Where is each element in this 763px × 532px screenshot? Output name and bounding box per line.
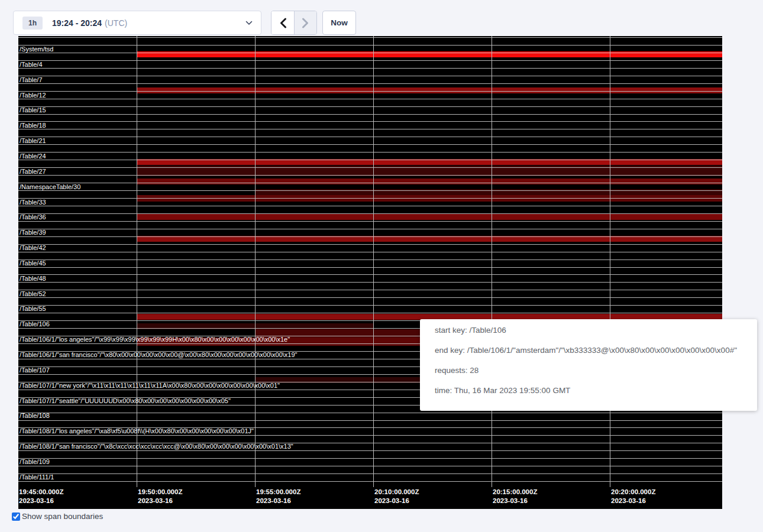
chevron-down-icon xyxy=(245,21,253,25)
time-axis-label: 20:10:00.000Z2023-03-16 xyxy=(374,488,419,505)
time-axis-label: 20:15:00.000Z2023-03-16 xyxy=(493,488,537,505)
time-axis-date: 2023-03-16 xyxy=(138,497,182,505)
chevron-right-icon xyxy=(302,18,309,28)
time-range-text: 19:24 - 20:24 xyxy=(52,18,102,28)
tooltip-time: time: Thu, 16 Mar 2023 19:55:00 GMT xyxy=(435,381,742,401)
time-axis-time: 20:10:00.000Z xyxy=(374,488,419,497)
time-axis-date: 2023-03-16 xyxy=(19,497,63,505)
time-axis-date: 2023-03-16 xyxy=(611,497,655,505)
time-axis-time: 19:50:00.000Z xyxy=(138,488,182,497)
cell-tooltip: start key: /Table/106 end key: /Table/10… xyxy=(420,319,757,411)
time-axis-time: 20:20:00.000Z xyxy=(611,488,655,497)
time-axis-time: 20:15:00.000Z xyxy=(493,488,537,497)
time-axis-label: 20:20:00.000Z2023-03-16 xyxy=(611,488,655,505)
prev-time-button[interactable] xyxy=(271,11,294,34)
footer: Show span boundaries xyxy=(12,512,103,521)
time-axis-time: 19:45:00.000Z xyxy=(19,488,63,497)
tooltip-requests: requests: 28 xyxy=(435,361,742,381)
next-time-button[interactable] xyxy=(294,11,316,34)
time-range-timezone: (UTC) xyxy=(105,18,127,28)
time-nav-group xyxy=(271,11,317,35)
time-range-select[interactable]: 1h 19:24 - 20:24 (UTC) xyxy=(13,11,261,35)
time-axis-time: 19:55:00.000Z xyxy=(256,488,300,497)
show-span-boundaries-label: Show span boundaries xyxy=(22,512,103,521)
tooltip-end-key: end key: /Table/106/1/"amsterdam"/"\xb33… xyxy=(435,340,742,361)
time-axis-date: 2023-03-16 xyxy=(374,497,419,505)
time-axis-label: 19:45:00.000Z2023-03-16 xyxy=(19,488,63,505)
show-span-boundaries-checkbox[interactable] xyxy=(12,512,20,521)
chevron-left-icon xyxy=(279,18,287,28)
time-axis-date: 2023-03-16 xyxy=(256,497,300,505)
tooltip-start-key: start key: /Table/106 xyxy=(435,320,742,340)
time-axis-label: 19:55:00.000Z2023-03-16 xyxy=(256,488,300,505)
key-visualizer-canvas[interactable]: /System/tsd/Table/4/Table/7/Table/12/Tab… xyxy=(18,36,722,509)
time-axis-label: 19:50:00.000Z2023-03-16 xyxy=(138,488,182,505)
time-range-duration-badge: 1h xyxy=(22,17,43,30)
time-axis-date: 2023-03-16 xyxy=(493,497,537,505)
now-button[interactable]: Now xyxy=(322,11,356,35)
time-axis-layer: 19:45:00.000Z2023-03-1619:50:00.000Z2023… xyxy=(18,36,722,509)
